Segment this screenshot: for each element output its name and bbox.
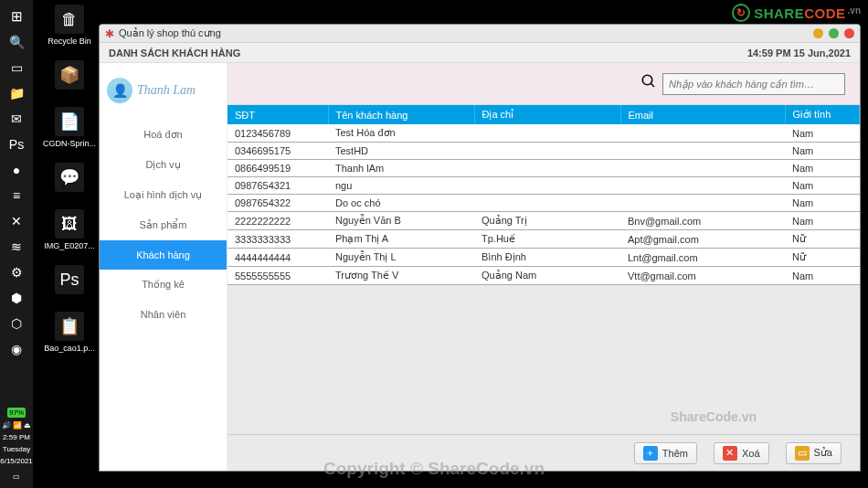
maximize-button[interactable] (829, 28, 839, 38)
icon-image: 📄 (55, 107, 84, 136)
table-row[interactable]: 4444444444Nguyễn Thị LBình ĐịnhLnt@gmail… (228, 249, 860, 267)
table-row[interactable]: 0123456789Test Hóa đơnNam (228, 124, 860, 143)
cell-email: Lnt@gmail.com (620, 249, 785, 267)
taskbar-item-5[interactable]: Ps (4, 132, 29, 157)
icon-label: Recycle Bin (38, 37, 101, 46)
column-header[interactable]: Giới tính (785, 105, 860, 124)
sidebar-item-5[interactable]: Thống kê (100, 270, 227, 300)
desktop-icon-5[interactable]: Ps (38, 265, 101, 297)
desktop-icon-0[interactable]: 🗑Recycle Bin (38, 5, 101, 46)
customer-table[interactable]: SĐTTên khách hàngĐịa chỉEmailGiới tính 0… (228, 105, 860, 285)
cell-diachi (474, 143, 620, 160)
svg-line-1 (651, 83, 654, 87)
taskbar-item-8[interactable]: ✕ (4, 208, 29, 234)
cell-email (620, 124, 785, 143)
sidebar-item-4[interactable]: Khách hàng (100, 240, 227, 270)
cell-diachi: Quảng Nam (474, 267, 620, 285)
table-row[interactable]: 2222222222Nguyễn Văn BQuảng TrịBnv@gmail… (228, 212, 860, 230)
minimize-button[interactable] (813, 28, 823, 38)
sidebar-item-0[interactable]: Hoá đơn (100, 120, 227, 150)
table-row[interactable]: 0987654322Do oc chóNam (228, 195, 860, 212)
table-row[interactable]: 0866499519Thanh lAmNam (228, 160, 860, 177)
icon-image: 💬 (55, 163, 84, 192)
icon-image: 🖼 (55, 209, 84, 239)
cell-email (620, 143, 785, 160)
desktop-icon-2[interactable]: 📄CGDN-Sprin... (38, 107, 101, 148)
content-area: SĐTTên khách hàngĐịa chỉEmailGiới tính 0… (228, 63, 860, 471)
cell-email (620, 195, 785, 212)
desktop-icon-3[interactable]: 💬 (38, 163, 101, 195)
column-header[interactable]: SĐT (228, 105, 328, 124)
desktop-icon-1[interactable]: 📦 (38, 60, 101, 92)
taskbar-item-7[interactable]: ≡ (4, 183, 29, 208)
window-title: Quản lý shop thú cưng (119, 27, 221, 39)
desktop-icon-6[interactable]: 📋Bao_cao1.p... (38, 312, 101, 353)
cell-diachi: Quảng Trị (474, 212, 620, 230)
sidebar-item-1[interactable]: Dịch vụ (100, 150, 227, 180)
delete-button[interactable]: ✕ Xoá (714, 442, 769, 464)
search-bar (228, 63, 860, 105)
cell-sdt: 0866499519 (228, 160, 328, 177)
search-icon[interactable] (640, 73, 657, 94)
sharecode-logo: ↻ SHARECODE.vn (732, 4, 861, 22)
show-desktop[interactable]: ▭ (13, 472, 20, 481)
cell-email: Apt@gmail.com (620, 230, 785, 249)
taskbar-item-1[interactable]: 🔍 (4, 29, 29, 55)
table-row[interactable]: 0987654321nguNam (228, 177, 860, 195)
taskbar-item-2[interactable]: ▭ (4, 55, 29, 80)
close-button[interactable] (844, 28, 854, 38)
cell-sdt: 0123456789 (228, 124, 328, 143)
sidebar-item-3[interactable]: Sản phẩm (100, 210, 227, 240)
taskbar-item-12[interactable]: ⬡ (4, 311, 29, 336)
add-button[interactable]: ＋ Thêm (634, 442, 697, 464)
column-header[interactable]: Email (620, 105, 785, 124)
cell-gioitinh: Nam (785, 143, 860, 160)
user-name: Thanh Lam (137, 83, 196, 98)
cell-diachi: Tp.Huế (474, 230, 620, 249)
taskbar-date: 6/15/2021 (0, 457, 33, 465)
icon-label: Bao_cao1.p... (38, 344, 101, 353)
search-input[interactable] (662, 73, 845, 95)
taskbar-time: 2:59 PM (3, 433, 30, 441)
page-title: DANH SÁCH KHÁCH HÀNG (109, 48, 240, 58)
cell-sdt: 0346695175 (228, 143, 328, 160)
cell-gioitinh: Nam (785, 267, 860, 285)
titlebar[interactable]: ✱ Quản lý shop thú cưng (100, 25, 860, 43)
cell-sdt: 3333333333 (228, 230, 328, 249)
taskbar-item-11[interactable]: ⬢ (4, 285, 29, 311)
cell-diachi (474, 124, 620, 143)
user-block[interactable]: 👤 Thanh Lam (100, 74, 227, 120)
cell-ten: Nguyễn Thị L (328, 249, 474, 267)
taskbar-item-9[interactable]: ≋ (4, 234, 29, 260)
table-row[interactable]: 3333333333Phạm Thị ATp.HuếApt@gmail.comN… (228, 230, 860, 249)
system-tray: 97% 🔊📶⏏ 2:59 PM Tuesday 6/15/2021 ▭ (0, 408, 33, 488)
taskbar-item-10[interactable]: ⚙ (4, 260, 29, 285)
cell-ten: Thanh lAm (328, 160, 474, 177)
desktop-icon-4[interactable]: 🖼IMG_E0207... (38, 209, 101, 250)
taskbar-item-3[interactable]: 📁 (4, 80, 29, 106)
cell-sdt: 0987654321 (228, 177, 328, 195)
table-row[interactable]: 0346695175TestHDNam (228, 143, 860, 160)
cell-gioitinh: Nam (785, 195, 860, 212)
column-header[interactable]: Tên khách hàng (328, 105, 474, 124)
taskbar-item-0[interactable]: ⊞ (4, 4, 29, 29)
tray-icon[interactable]: 📶 (13, 421, 22, 430)
tray-icon[interactable]: ⏏ (24, 421, 31, 430)
table-row[interactable]: 5555555555Trương Thế VQuảng NamVtt@gmail… (228, 267, 860, 285)
sidebar-item-6[interactable]: Nhân viên (100, 300, 227, 329)
cell-email: Vtt@gmail.com (620, 267, 785, 285)
edit-button[interactable]: ▭ Sửa (786, 442, 842, 464)
sidebar-item-2[interactable]: Loại hình dịch vụ (100, 180, 227, 210)
cell-sdt: 2222222222 (228, 212, 328, 230)
column-header[interactable]: Địa chỉ (474, 105, 620, 124)
tray-icon[interactable]: 🔊 (2, 421, 11, 430)
cell-gioitinh: Nữ (785, 249, 860, 267)
taskbar-item-6[interactable]: ● (4, 157, 29, 183)
delete-icon: ✕ (723, 446, 737, 461)
add-label: Thêm (662, 448, 688, 459)
taskbar-item-4[interactable]: ✉ (4, 106, 29, 132)
taskbar-item-13[interactable]: ◉ (4, 336, 29, 362)
cell-email (620, 177, 785, 195)
cell-ten: Do oc chó (328, 195, 474, 212)
svg-point-0 (642, 75, 652, 85)
